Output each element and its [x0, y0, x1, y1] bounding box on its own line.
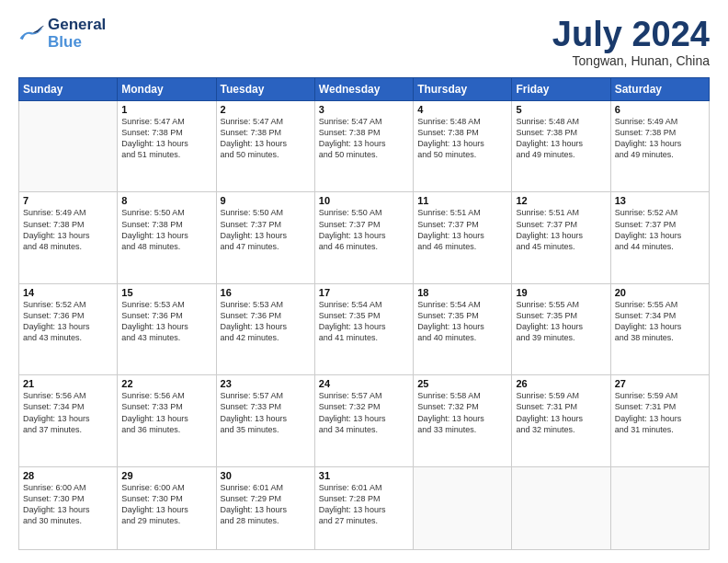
calendar-cell: 24Sunrise: 5:57 AM Sunset: 7:32 PM Dayli…	[314, 375, 413, 466]
cell-content: Sunrise: 5:54 AM Sunset: 7:35 PM Dayligh…	[319, 299, 409, 344]
calendar-cell: 2Sunrise: 5:47 AM Sunset: 7:38 PM Daylig…	[216, 101, 314, 192]
day-number: 3	[319, 104, 409, 115]
calendar-cell: 12Sunrise: 5:51 AM Sunset: 7:37 PM Dayli…	[512, 192, 610, 283]
day-number: 10	[319, 195, 409, 206]
day-number: 8	[121, 195, 211, 206]
day-number: 28	[23, 470, 113, 481]
calendar-cell: 9Sunrise: 5:50 AM Sunset: 7:37 PM Daylig…	[216, 192, 314, 283]
title-block: July 2024 Tongwan, Hunan, China	[552, 17, 710, 68]
cell-content: Sunrise: 6:01 AM Sunset: 7:29 PM Dayligh…	[221, 482, 311, 527]
cell-content: Sunrise: 5:57 AM Sunset: 7:33 PM Dayligh…	[221, 390, 311, 435]
cell-content: Sunrise: 5:50 AM Sunset: 7:37 PM Dayligh…	[221, 207, 311, 252]
cell-content: Sunrise: 5:49 AM Sunset: 7:38 PM Dayligh…	[23, 207, 113, 252]
calendar-cell: 10Sunrise: 5:50 AM Sunset: 7:37 PM Dayli…	[314, 192, 413, 283]
calendar-cell: 21Sunrise: 5:56 AM Sunset: 7:34 PM Dayli…	[19, 375, 118, 466]
calendar-header-row: SundayMondayTuesdayWednesdayThursdayFrid…	[19, 78, 710, 101]
calendar-cell: 28Sunrise: 6:00 AM Sunset: 7:30 PM Dayli…	[19, 466, 118, 549]
day-number: 29	[121, 470, 211, 481]
cell-content: Sunrise: 5:59 AM Sunset: 7:31 PM Dayligh…	[516, 390, 606, 435]
day-number: 15	[121, 287, 211, 298]
calendar-cell: 13Sunrise: 5:52 AM Sunset: 7:37 PM Dayli…	[610, 192, 709, 283]
calendar-cell	[610, 466, 709, 549]
cell-content: Sunrise: 5:58 AM Sunset: 7:32 PM Dayligh…	[417, 390, 507, 435]
day-number: 18	[417, 287, 507, 298]
calendar-week-row: 1Sunrise: 5:47 AM Sunset: 7:38 PM Daylig…	[19, 101, 710, 192]
day-number: 25	[417, 378, 507, 389]
calendar-cell: 6Sunrise: 5:49 AM Sunset: 7:38 PM Daylig…	[610, 101, 709, 192]
cell-content: Sunrise: 5:47 AM Sunset: 7:38 PM Dayligh…	[221, 116, 311, 161]
cell-content: Sunrise: 5:50 AM Sunset: 7:37 PM Dayligh…	[319, 207, 409, 252]
cell-content: Sunrise: 5:55 AM Sunset: 7:34 PM Dayligh…	[615, 299, 705, 344]
calendar-cell: 27Sunrise: 5:59 AM Sunset: 7:31 PM Dayli…	[610, 375, 709, 466]
calendar-header-friday: Friday	[512, 78, 610, 101]
day-number: 31	[319, 470, 409, 481]
day-number: 21	[23, 378, 113, 389]
day-number: 7	[23, 195, 113, 206]
day-number: 14	[23, 287, 113, 298]
cell-content: Sunrise: 5:53 AM Sunset: 7:36 PM Dayligh…	[221, 299, 311, 344]
logo-icon	[18, 25, 44, 43]
calendar-header-tuesday: Tuesday	[216, 78, 314, 101]
day-number: 5	[516, 104, 606, 115]
cell-content: Sunrise: 5:47 AM Sunset: 7:38 PM Dayligh…	[319, 116, 409, 161]
calendar-cell: 4Sunrise: 5:48 AM Sunset: 7:38 PM Daylig…	[414, 101, 512, 192]
calendar-cell: 11Sunrise: 5:51 AM Sunset: 7:37 PM Dayli…	[414, 192, 512, 283]
calendar-cell: 15Sunrise: 5:53 AM Sunset: 7:36 PM Dayli…	[118, 283, 216, 374]
cell-content: Sunrise: 6:01 AM Sunset: 7:28 PM Dayligh…	[319, 482, 409, 527]
day-number: 9	[221, 195, 311, 206]
location: Tongwan, Hunan, China	[552, 53, 710, 68]
cell-content: Sunrise: 5:49 AM Sunset: 7:38 PM Dayligh…	[615, 116, 705, 161]
logo-text-line2: Blue	[48, 34, 106, 52]
logo: General Blue	[18, 17, 106, 51]
calendar-cell	[19, 101, 118, 192]
calendar-cell	[414, 466, 512, 549]
day-number: 6	[615, 104, 705, 115]
calendar-header-sunday: Sunday	[19, 78, 118, 101]
cell-content: Sunrise: 5:51 AM Sunset: 7:37 PM Dayligh…	[417, 207, 507, 252]
calendar-week-row: 7Sunrise: 5:49 AM Sunset: 7:38 PM Daylig…	[19, 192, 710, 283]
day-number: 4	[417, 104, 507, 115]
day-number: 26	[516, 378, 606, 389]
calendar-cell: 16Sunrise: 5:53 AM Sunset: 7:36 PM Dayli…	[216, 283, 314, 374]
calendar-week-row: 21Sunrise: 5:56 AM Sunset: 7:34 PM Dayli…	[19, 375, 710, 466]
calendar-cell: 31Sunrise: 6:01 AM Sunset: 7:28 PM Dayli…	[314, 466, 413, 549]
calendar-cell: 1Sunrise: 5:47 AM Sunset: 7:38 PM Daylig…	[118, 101, 216, 192]
calendar-cell: 22Sunrise: 5:56 AM Sunset: 7:33 PM Dayli…	[118, 375, 216, 466]
calendar-cell: 25Sunrise: 5:58 AM Sunset: 7:32 PM Dayli…	[414, 375, 512, 466]
calendar-cell: 14Sunrise: 5:52 AM Sunset: 7:36 PM Dayli…	[19, 283, 118, 374]
cell-content: Sunrise: 6:00 AM Sunset: 7:30 PM Dayligh…	[121, 482, 211, 527]
calendar-cell: 29Sunrise: 6:00 AM Sunset: 7:30 PM Dayli…	[118, 466, 216, 549]
calendar-cell: 20Sunrise: 5:55 AM Sunset: 7:34 PM Dayli…	[610, 283, 709, 374]
calendar-cell: 18Sunrise: 5:54 AM Sunset: 7:35 PM Dayli…	[414, 283, 512, 374]
cell-content: Sunrise: 5:57 AM Sunset: 7:32 PM Dayligh…	[319, 390, 409, 435]
cell-content: Sunrise: 5:53 AM Sunset: 7:36 PM Dayligh…	[121, 299, 211, 344]
cell-content: Sunrise: 5:56 AM Sunset: 7:34 PM Dayligh…	[23, 390, 113, 435]
calendar-cell	[512, 466, 610, 549]
calendar-week-row: 28Sunrise: 6:00 AM Sunset: 7:30 PM Dayli…	[19, 466, 710, 549]
day-number: 19	[516, 287, 606, 298]
day-number: 12	[516, 195, 606, 206]
calendar-cell: 5Sunrise: 5:48 AM Sunset: 7:38 PM Daylig…	[512, 101, 610, 192]
calendar-cell: 17Sunrise: 5:54 AM Sunset: 7:35 PM Dayli…	[314, 283, 413, 374]
day-number: 17	[319, 287, 409, 298]
cell-content: Sunrise: 5:47 AM Sunset: 7:38 PM Dayligh…	[121, 116, 211, 161]
day-number: 22	[121, 378, 211, 389]
page: General Blue July 2024 Tongwan, Hunan, C…	[0, 0, 728, 563]
cell-content: Sunrise: 5:50 AM Sunset: 7:38 PM Dayligh…	[121, 207, 211, 252]
calendar-table: SundayMondayTuesdayWednesdayThursdayFrid…	[18, 77, 710, 550]
calendar-header-thursday: Thursday	[414, 78, 512, 101]
day-number: 1	[121, 104, 211, 115]
cell-content: Sunrise: 5:51 AM Sunset: 7:37 PM Dayligh…	[516, 207, 606, 252]
calendar-header-monday: Monday	[118, 78, 216, 101]
calendar-week-row: 14Sunrise: 5:52 AM Sunset: 7:36 PM Dayli…	[19, 283, 710, 374]
cell-content: Sunrise: 5:48 AM Sunset: 7:38 PM Dayligh…	[516, 116, 606, 161]
header: General Blue July 2024 Tongwan, Hunan, C…	[18, 17, 710, 68]
cell-content: Sunrise: 5:48 AM Sunset: 7:38 PM Dayligh…	[417, 116, 507, 161]
calendar-header-saturday: Saturday	[610, 78, 709, 101]
day-number: 2	[221, 104, 311, 115]
cell-content: Sunrise: 5:56 AM Sunset: 7:33 PM Dayligh…	[121, 390, 211, 435]
cell-content: Sunrise: 5:52 AM Sunset: 7:37 PM Dayligh…	[615, 207, 705, 252]
day-number: 16	[221, 287, 311, 298]
month-title: July 2024	[552, 17, 710, 52]
calendar-header-wednesday: Wednesday	[314, 78, 413, 101]
